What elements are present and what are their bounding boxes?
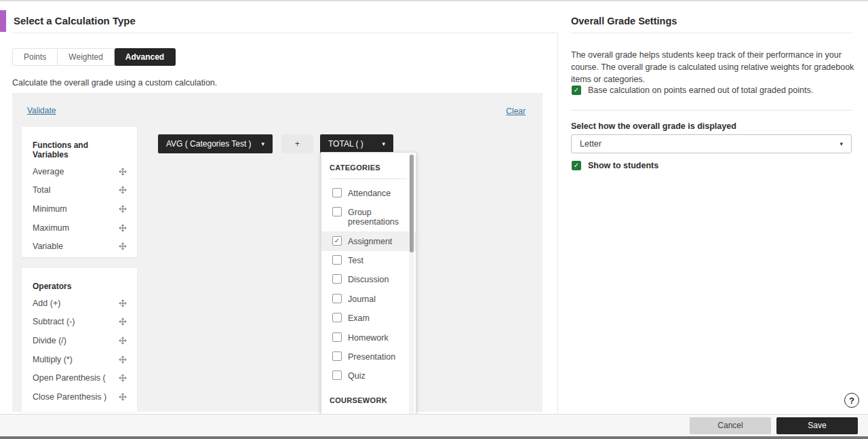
option-label: Exam bbox=[348, 313, 370, 323]
move-icon bbox=[118, 223, 127, 233]
operator-item-label: Subtract (-) bbox=[33, 317, 75, 326]
category-option-journal[interactable]: ✓ Journal bbox=[330, 289, 407, 308]
accent-bar bbox=[0, 10, 6, 32]
category-option-group-presentations[interactable]: ✓ Group presentations bbox=[330, 202, 407, 231]
option-label: Attendance bbox=[348, 188, 391, 198]
operator-item-label: Open Parenthesis ( bbox=[33, 373, 106, 383]
function-item-label: Maximum bbox=[33, 223, 69, 233]
category-option-test[interactable]: ✓ Test bbox=[330, 251, 407, 270]
avg-function-chip[interactable]: AVG ( Categories Test ) ▾ bbox=[158, 134, 273, 153]
checkbox[interactable]: ✓ bbox=[332, 332, 342, 342]
total-function-chip[interactable]: TOTAL ( ) ▾ bbox=[320, 134, 393, 153]
checkbox[interactable]: ✓ bbox=[332, 207, 342, 216]
checkbox[interactable]: ✓ bbox=[332, 313, 342, 322]
operators-panel-title: Operators bbox=[22, 268, 137, 294]
avg-chip-label: AVG ( Categories Test ) bbox=[166, 139, 252, 149]
dropdown-section-coursework: COURSEWORK bbox=[330, 385, 407, 411]
tab-weighted[interactable]: Weighted bbox=[58, 48, 114, 66]
category-option-homework[interactable]: ✓ Homework bbox=[330, 328, 407, 347]
right-divider bbox=[571, 110, 852, 111]
category-option-presentation[interactable]: ✓ Presentation bbox=[330, 347, 407, 366]
total-categories-dropdown: CATEGORIES ✓ Attendance ✓ Group presenta… bbox=[321, 152, 416, 417]
move-icon bbox=[118, 373, 127, 383]
show-to-students-checkbox-row[interactable]: ✓ Show to students bbox=[572, 161, 658, 170]
page-title: Select a Calculation Type bbox=[14, 15, 136, 26]
function-item-maximum[interactable]: Maximum bbox=[22, 218, 137, 237]
chevron-down-icon: ▾ bbox=[261, 141, 264, 147]
total-chip-label: TOTAL ( ) bbox=[328, 139, 363, 149]
category-option-discussion[interactable]: ✓ Discussion bbox=[330, 270, 407, 289]
option-label: Homework bbox=[348, 332, 389, 343]
operator-item-label: Divide (/) bbox=[33, 336, 66, 345]
column-divider bbox=[557, 33, 558, 414]
option-label: Quiz bbox=[348, 370, 366, 381]
function-item-label: Variable bbox=[33, 242, 63, 251]
save-button[interactable]: Save bbox=[776, 417, 858, 434]
option-label: Journal bbox=[348, 294, 376, 304]
operator-item-divide[interactable]: Divide (/) bbox=[22, 331, 137, 350]
grade-display-value: Letter bbox=[580, 139, 601, 149]
operator-item-open-paren[interactable]: Open Parenthesis ( bbox=[22, 368, 137, 387]
clear-link[interactable]: Clear bbox=[506, 107, 526, 116]
checkbox[interactable]: ✓ bbox=[332, 255, 342, 265]
checkbox[interactable]: ✓ bbox=[332, 294, 342, 303]
category-option-assignment[interactable]: ✓ Assignment bbox=[321, 231, 416, 250]
function-item-minimum[interactable]: Minimum bbox=[22, 199, 137, 218]
operator-item-label: Add (+) bbox=[33, 299, 60, 308]
checkbox[interactable]: ✓ bbox=[332, 351, 342, 361]
base-points-checkbox-row[interactable]: ✓ Base calculation on points earned out … bbox=[572, 85, 813, 95]
dropdown-section-categories: CATEGORIES bbox=[330, 153, 407, 179]
calculation-description: Calculate the overall grade using a cust… bbox=[12, 78, 217, 88]
plus-operator-chip[interactable]: + bbox=[281, 134, 313, 153]
dropdown-scrollbar-track[interactable] bbox=[409, 153, 414, 417]
checkbox[interactable]: ✓ bbox=[332, 370, 342, 380]
validate-link[interactable]: Validate bbox=[27, 106, 56, 115]
move-icon bbox=[118, 299, 127, 308]
title-divider bbox=[12, 33, 557, 33]
checkbox[interactable]: ✓ bbox=[332, 236, 342, 246]
base-points-label: Base calculation on points earned out of… bbox=[588, 85, 813, 95]
cancel-button[interactable]: Cancel bbox=[690, 417, 771, 434]
category-option-attendance[interactable]: ✓ Attendance bbox=[330, 183, 407, 202]
move-icon bbox=[118, 392, 127, 402]
calculation-canvas: Validate Clear Functions and Variables A… bbox=[12, 93, 542, 412]
function-item-label: Total bbox=[33, 185, 50, 195]
function-item-label: Minimum bbox=[33, 204, 67, 214]
chevron-down-icon: ▾ bbox=[840, 140, 843, 147]
overall-grade-settings-title: Overall Grade Settings bbox=[571, 16, 677, 26]
operator-item-multiply[interactable]: Multiply (*) bbox=[22, 350, 137, 369]
move-icon bbox=[118, 355, 127, 364]
option-label: Group presentations bbox=[348, 207, 407, 227]
move-icon bbox=[118, 204, 127, 214]
option-label: Discussion bbox=[348, 274, 389, 284]
option-label: Assignment bbox=[348, 236, 392, 246]
tab-points[interactable]: Points bbox=[12, 48, 58, 66]
operator-item-add[interactable]: Add (+) bbox=[22, 294, 137, 313]
operator-item-label: Multiply (*) bbox=[33, 355, 73, 364]
move-icon bbox=[118, 317, 127, 326]
category-option-quiz[interactable]: ✓ Quiz bbox=[330, 366, 407, 385]
display-select-label: Select how the overall grade is displaye… bbox=[571, 121, 736, 131]
checkbox[interactable]: ✓ bbox=[332, 274, 342, 284]
operator-item-subtract[interactable]: Subtract (-) bbox=[22, 313, 137, 332]
show-to-students-label: Show to students bbox=[588, 161, 658, 170]
plus-chip-label: + bbox=[295, 139, 300, 149]
window-bottom-edge bbox=[0, 436, 868, 439]
option-label: Presentation bbox=[348, 351, 395, 362]
category-option-exam[interactable]: ✓ Exam bbox=[330, 309, 407, 328]
calculation-type-tabs: Points Weighted Advanced bbox=[12, 48, 176, 66]
function-item-average[interactable]: Average bbox=[22, 162, 137, 181]
operator-item-close-paren[interactable]: Close Parenthesis ) bbox=[22, 387, 137, 406]
function-item-variable[interactable]: Variable bbox=[22, 237, 137, 256]
function-item-total[interactable]: Total bbox=[22, 181, 137, 200]
show-to-students-checkbox[interactable]: ✓ bbox=[572, 161, 581, 170]
help-icon[interactable]: ? bbox=[844, 393, 859, 408]
grade-display-select[interactable]: Letter ▾ bbox=[571, 134, 852, 153]
move-icon bbox=[118, 185, 127, 195]
checkbox[interactable]: ✓ bbox=[332, 188, 342, 197]
base-points-checkbox[interactable]: ✓ bbox=[572, 85, 581, 95]
operators-panel: Operators Add (+) Subtract (-) Divide (/… bbox=[22, 268, 137, 412]
dropdown-scrollbar-thumb[interactable] bbox=[410, 155, 414, 252]
tab-advanced[interactable]: Advanced bbox=[115, 48, 176, 66]
overall-grade-description: The overall grade helps students keep tr… bbox=[571, 49, 856, 85]
